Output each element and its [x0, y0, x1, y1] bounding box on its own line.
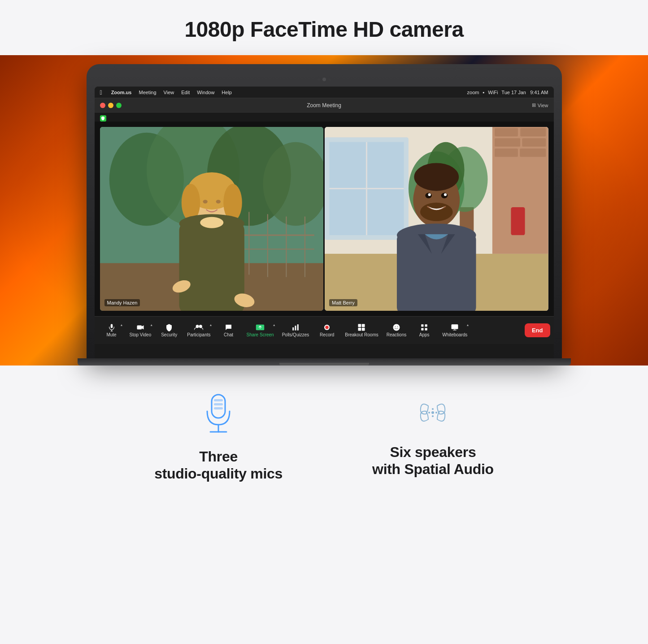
svg-rect-41 — [511, 207, 525, 235]
svg-rect-69 — [362, 328, 365, 331]
camera-lens — [322, 78, 326, 81]
zoom-toolbar: ▲ Mute ▲ — [95, 316, 554, 344]
menubar-edit[interactable]: Edit — [181, 90, 190, 95]
svg-point-45 — [414, 163, 459, 191]
stop-video-chevron: ▲ — [150, 323, 153, 326]
svg-rect-35 — [495, 148, 518, 157]
menubar-right-items: zoom ▪ WiFi Tue 17 Jan 9:41 AM — [467, 90, 548, 95]
whiteboards-label: Whiteboards — [442, 332, 467, 337]
participant-name-man: Matt Berry — [329, 299, 357, 306]
svg-rect-83 — [214, 407, 223, 409]
screen-bezel:  Zoom.us Meeting View Edit Window Help … — [95, 87, 554, 358]
video-bg-woman — [100, 127, 324, 311]
svg-point-72 — [397, 326, 398, 327]
svg-rect-62 — [295, 326, 296, 331]
apple-menu[interactable]:  — [100, 89, 102, 96]
zoom-window: Zoom Meeting ⊞ View — [95, 98, 554, 358]
mute-icon — [108, 323, 116, 331]
svg-rect-67 — [362, 324, 365, 327]
speakers-feature: Six speakerswith Spatial Audio — [372, 392, 494, 478]
toolbar-chat-button[interactable]: Chat — [215, 322, 242, 339]
end-meeting-button[interactable]: End — [525, 323, 550, 337]
svg-point-49 — [428, 193, 431, 196]
camera-light-right — [328, 78, 331, 81]
toolbar-mute-button[interactable]: ▲ Mute — [98, 322, 125, 339]
breakout-icon — [357, 323, 366, 331]
spatial-audio-icon — [413, 392, 453, 433]
video-tile-man: Matt Berry — [325, 127, 548, 311]
toolbar-participants-button[interactable]: ▲ Participants — [183, 322, 214, 339]
video-tile-woman: Mandy Hazen — [100, 127, 324, 311]
view-button[interactable]: ⊞ View — [532, 102, 548, 108]
polls-label: Polls/Quizzes — [282, 332, 309, 337]
reactions-label: Reactions — [387, 332, 406, 337]
menubar-zoom-label: zoom — [467, 90, 479, 95]
macbook-wrapper:  Zoom.us Meeting View Edit Window Help … — [78, 64, 571, 358]
close-button[interactable] — [100, 103, 105, 108]
svg-rect-61 — [292, 327, 294, 331]
speakers-feature-title: Six speakerswith Spatial Audio — [372, 444, 494, 478]
toolbar-apps-button[interactable]: Apps — [411, 322, 438, 339]
mute-chevron: ▲ — [120, 323, 123, 326]
participants-chevron: ▲ — [209, 323, 213, 326]
toolbar-reactions-button[interactable]: Reactions — [383, 322, 410, 339]
menubar-battery: ▪ — [483, 90, 484, 95]
breakout-label: Breakout Rooms — [345, 332, 378, 337]
svg-rect-76 — [425, 328, 427, 331]
menubar-help[interactable]: Help — [222, 90, 232, 95]
svg-point-89 — [435, 412, 437, 413]
svg-point-46 — [420, 203, 453, 222]
svg-rect-33 — [495, 138, 520, 147]
macos-menubar:  Zoom.us Meeting View Edit Window Help … — [95, 87, 554, 98]
stop-video-label: Stop Video — [130, 332, 152, 337]
video-icon — [136, 323, 144, 331]
menubar-wifi: WiFi — [488, 90, 498, 95]
fullscreen-button[interactable] — [116, 103, 122, 108]
svg-rect-73 — [421, 324, 423, 326]
record-label: Record — [320, 332, 334, 337]
camera-light-left — [317, 78, 320, 81]
toolbar-whiteboards-button[interactable]: ▲ Whiteboards — [439, 322, 471, 339]
menubar-meeting[interactable]: Meeting — [139, 90, 156, 95]
menubar-view[interactable]: View — [164, 90, 174, 95]
mic-feature: Threestudio-quality mics — [154, 392, 283, 483]
svg-rect-68 — [358, 328, 361, 331]
svg-point-23 — [200, 217, 223, 228]
camera-notch — [317, 78, 331, 81]
share-screen-icon — [256, 323, 265, 331]
chat-icon — [225, 323, 233, 331]
menubar-app-name[interactable]: Zoom.us — [111, 90, 132, 95]
toolbar-breakout-button[interactable]: Breakout Rooms — [341, 322, 382, 339]
svg-point-65 — [325, 326, 329, 329]
mute-label: Mute — [106, 332, 116, 337]
svg-rect-80 — [212, 395, 225, 418]
svg-point-70 — [393, 324, 400, 331]
svg-rect-77 — [452, 324, 458, 329]
toolbar-record-button[interactable]: Record — [313, 322, 340, 339]
menubar-window[interactable]: Window — [197, 90, 214, 95]
svg-point-71 — [395, 326, 396, 327]
svg-rect-31 — [495, 128, 518, 136]
window-title: Zoom Meeting — [307, 102, 341, 109]
minimize-button[interactable] — [108, 103, 113, 108]
toolbar-stop-video-button[interactable]: ▲ Stop Video — [126, 322, 155, 339]
svg-point-86 — [432, 408, 434, 410]
svg-rect-81 — [214, 399, 223, 401]
toolbar-share-screen-button[interactable]: ▲ Share Screen — [243, 322, 278, 339]
toolbar-security-button[interactable]: Security — [156, 322, 183, 339]
video-grid: Mandy Hazen — [95, 122, 554, 316]
video-bg-man — [325, 127, 548, 311]
apps-icon — [420, 323, 428, 331]
whiteboards-icon — [451, 323, 459, 331]
whiteboards-chevron: ▲ — [466, 323, 469, 326]
svg-point-88 — [428, 412, 430, 413]
toolbar-polls-button[interactable]: Polls/Quizzes — [278, 322, 313, 339]
svg-rect-36 — [520, 148, 546, 157]
participant-name-woman: Mandy Hazen — [104, 299, 140, 306]
security-icon — [165, 323, 173, 331]
share-screen-chevron: ▲ — [273, 323, 276, 326]
security-shield-badge — [100, 115, 106, 122]
features-section: Threestudio-quality mics Si — [0, 392, 648, 483]
svg-rect-63 — [297, 324, 299, 331]
share-screen-label: Share Screen — [247, 332, 274, 337]
